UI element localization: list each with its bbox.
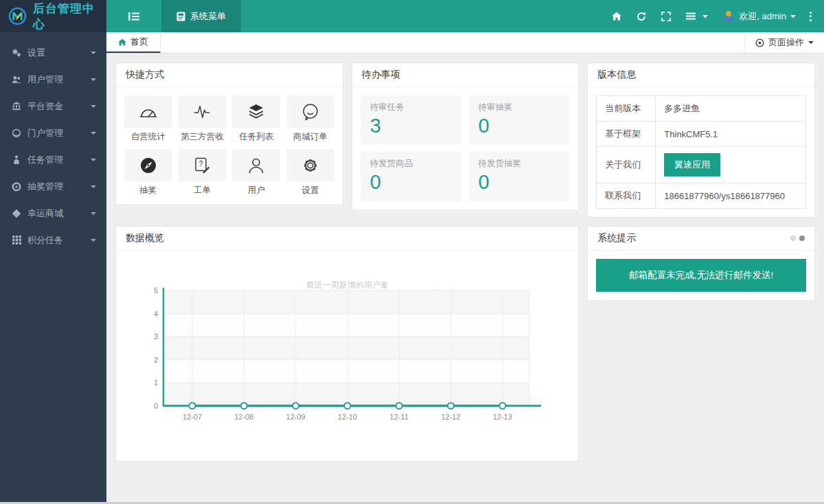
tab-home-label: 首页 [130, 36, 148, 48]
user-menu[interactable]: 欢迎, admin [716, 10, 803, 23]
sidebar-item-task-management[interactable]: 任务管理 [0, 146, 106, 173]
row-label: 当前版本 [597, 96, 656, 122]
avatar [722, 10, 735, 23]
chart-area: 最近一周新增的用户量 一淘模版 01234512-0712-0812-0912-… [116, 251, 578, 461]
chevron-down-icon [91, 239, 96, 242]
framework-value: ThinkCMF5.1 [656, 122, 806, 147]
line-chart: 01234512-0712-0812-0912-1012-1112-1212-1… [140, 285, 552, 426]
smile-bubble-icon [301, 102, 320, 122]
quick-item-task-list[interactable]: 任务列表 [232, 95, 280, 143]
sidebar-item-label: 积分任务 [27, 234, 63, 247]
about-us-button[interactable]: 翼速应用 [664, 153, 720, 176]
quick-item-label: 抽奖 [124, 185, 172, 196]
sidebar-item-platform-funds[interactable]: 平台资金 [0, 93, 106, 119]
home-icon[interactable] [604, 0, 629, 32]
svg-text:4: 4 [154, 310, 158, 318]
book-icon [176, 12, 185, 21]
quick-item-users[interactable]: 用户 [232, 149, 280, 196]
chevron-down-icon [91, 159, 96, 161]
version-table: 当前版本 多多进鱼 基于框架 ThinkCMF5.1 关于我们 翼速应用 [596, 95, 806, 209]
sidebar-item-portal-management[interactable]: 门户管理 [0, 119, 106, 146]
ticket-icon: ? [192, 156, 212, 175]
table-row: 基于框架 ThinkCMF5.1 [597, 122, 806, 147]
chevron-down-icon [91, 185, 96, 188]
stat-label: 待审任务 [370, 102, 453, 113]
fullscreen-icon[interactable] [654, 0, 678, 32]
sidebar-item-points-tasks[interactable]: 积分任务 [0, 227, 106, 253]
quick-item-third-party-revenue[interactable]: 第三方营收 [179, 95, 227, 143]
svg-text:12-07: 12-07 [183, 413, 202, 421]
chevron-down-icon [91, 212, 96, 215]
lottery-icon [12, 182, 21, 192]
home-icon [118, 38, 126, 46]
carousel-dot-active[interactable] [799, 236, 805, 241]
app-title: 后台管理中心 [33, 1, 106, 32]
sidebar-toggle-icon[interactable] [106, 0, 161, 32]
menu-dropdown-icon[interactable] [678, 0, 716, 32]
quick-item-label: 设置 [286, 185, 334, 196]
layers-icon [246, 102, 266, 122]
content: 快捷方式 自营统计 [106, 54, 824, 504]
stat-label: 待发货商品 [370, 158, 453, 170]
quick-item-work-order[interactable]: ? 工单 [179, 149, 227, 196]
quick-access-panel: 快捷方式 自营统计 [115, 62, 343, 205]
tab-system-menu-label: 系统菜单 [190, 10, 226, 23]
svg-text:12-10: 12-10 [338, 413, 357, 421]
svg-text:12-13: 12-13 [493, 413, 512, 421]
mail-warning-banner: 邮箱配置未完成,无法进行邮件发送! [596, 259, 806, 292]
more-options-icon[interactable] [803, 12, 819, 21]
current-version-value: 多多进鱼 [656, 96, 806, 122]
panel-title: 待办事项 [352, 63, 579, 87]
dot-circle-icon [755, 38, 764, 47]
mall-icon [12, 209, 21, 218]
system-tips-panel: 系统提示 邮箱配置未完成,无法进行邮件发送! [587, 226, 815, 301]
sidebar-item-settings[interactable]: 设置 [0, 39, 106, 66]
panel-title: 系统提示 [597, 232, 636, 244]
sidebar-item-lucky-mall[interactable]: 幸运商城 [0, 200, 106, 227]
table-row: 关于我们 翼速应用 [597, 147, 806, 183]
stat-pending-shipment-lottery: 待发货抽奖 0 [468, 152, 570, 201]
top-bar: 后台管理中心 系统菜单 [0, 0, 824, 32]
todo-panel: 待办事项 待审任务 3 待审抽奖 0 待发 [352, 62, 580, 211]
page-actions-button[interactable]: 页面操作 [744, 32, 824, 53]
panel-title: 数据概览 [116, 227, 578, 251]
pulse-icon [192, 103, 212, 121]
stat-label: 待发货抽奖 [478, 158, 560, 170]
tab-bar: 首页 页面操作 [106, 32, 824, 54]
sidebar-item-label: 幸运商城 [27, 207, 63, 220]
carousel-dots [790, 236, 805, 241]
sidebar-item-label: 用户管理 [27, 73, 63, 86]
row-label: 基于框架 [597, 122, 656, 147]
quick-item-mall-orders[interactable]: 商城订单 [286, 95, 334, 143]
stat-label: 待审抽奖 [478, 102, 560, 113]
welcome-label: 欢迎, admin [739, 10, 786, 23]
quick-item-label: 商城订单 [286, 131, 334, 143]
carousel-dot[interactable] [790, 236, 796, 241]
svg-text:12-11: 12-11 [390, 413, 409, 421]
sidebar-item-lottery-management[interactable]: 抽奖管理 [0, 173, 106, 200]
quick-item-self-stats[interactable]: 自营统计 [124, 95, 172, 143]
header: 系统菜单 [106, 0, 824, 32]
sidebar-item-user-management[interactable]: 用户管理 [0, 66, 106, 93]
bank-icon [12, 102, 21, 111]
quick-item-label: 用户 [232, 185, 280, 196]
sidebar-item-label: 任务管理 [27, 154, 63, 166]
contact-value: 18661877960/ys18661877960 [656, 183, 806, 209]
page-actions-label: 页面操作 [768, 36, 804, 49]
grid-icon [12, 236, 21, 244]
tab-system-menu[interactable]: 系统菜单 [161, 0, 241, 32]
tab-home[interactable]: 首页 [106, 32, 161, 53]
quick-item-settings[interactable]: 设置 [286, 149, 334, 196]
quick-item-label: 工单 [179, 185, 227, 196]
sidebar: 设置 用户管理 平台资金 [0, 32, 106, 504]
refresh-icon[interactable] [629, 0, 654, 32]
user-icon [247, 156, 266, 175]
quick-item-lottery[interactable]: 抽奖 [124, 149, 172, 196]
svg-text:1: 1 [154, 378, 158, 387]
svg-text:12-09: 12-09 [286, 413, 306, 421]
stat-pending-lottery: 待审抽奖 0 [468, 95, 570, 145]
stat-pending-shipment-goods: 待发货商品 0 [360, 152, 462, 201]
svg-text:5: 5 [154, 286, 158, 295]
stat-value: 3 [370, 115, 453, 137]
sidebar-item-label: 平台资金 [27, 100, 63, 113]
